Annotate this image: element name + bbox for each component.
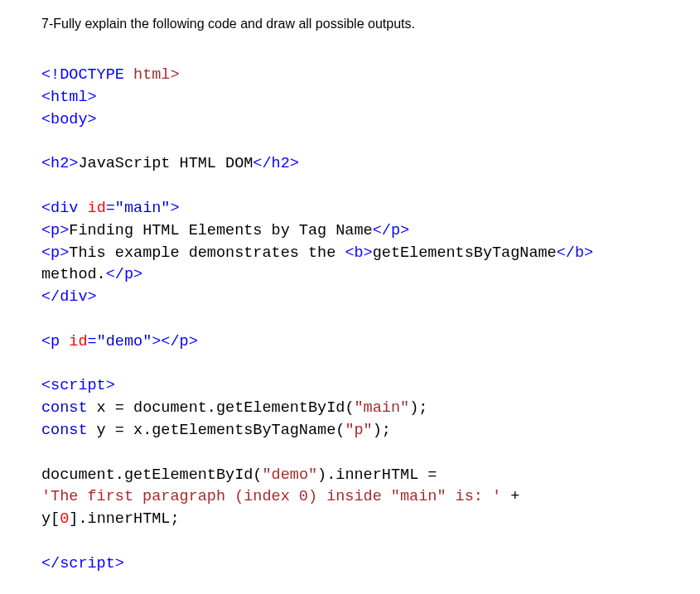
div-eq: =	[106, 200, 115, 217]
div-open: <div	[41, 200, 78, 217]
script-open: <script>	[41, 377, 115, 394]
pdemo-open: <p	[41, 333, 60, 350]
pl2: (	[336, 422, 345, 439]
pdemo-eq: =	[88, 333, 97, 350]
question-text: 7-Fully explain the following code and d…	[41, 17, 675, 31]
ybr2: ].	[69, 510, 87, 528]
html-open: <html>	[41, 89, 97, 106]
num0: 0	[60, 510, 69, 528]
pr2: );	[373, 422, 391, 439]
code-block: <!DOCTYPE html> <html> <body> <h2>JavaSc…	[41, 65, 675, 594]
str1: "main"	[355, 399, 410, 417]
b-open: <b>	[345, 244, 372, 262]
p1-text: Finding HTML Elements by Tag Name	[69, 222, 372, 239]
b-close: </b>	[557, 244, 593, 262]
bigstr: 'The first paragraph (index 0) inside "m…	[41, 488, 501, 505]
yeq: y = x.	[88, 422, 152, 439]
b-text: getElementsByTagName	[373, 244, 557, 262]
h2-text: JavaScript HTML DOM	[78, 155, 253, 172]
eq3: =	[418, 466, 437, 484]
semi: ;	[170, 510, 179, 528]
div-end: </div>	[41, 288, 97, 306]
p2-text2: method.	[41, 266, 106, 283]
gid2: getElementById	[124, 466, 253, 484]
div-attr: id	[78, 200, 105, 217]
doc: document.	[41, 466, 124, 484]
pdemo-attr: id	[60, 333, 87, 350]
const2: const	[41, 422, 88, 439]
pr1: );	[409, 399, 427, 417]
p1-open: <p>	[41, 222, 69, 239]
doctype-val: html>	[124, 66, 180, 84]
pdemo-val: "demo"	[97, 333, 152, 350]
pr3: ).	[317, 466, 336, 484]
doctype-open: <!DOCTYPE	[41, 66, 124, 84]
pl1: (	[345, 399, 354, 417]
const1: const	[41, 399, 88, 417]
h2-open: <h2>	[41, 155, 78, 172]
gid1: getElementById	[216, 399, 345, 417]
pdemo-close: ></p>	[152, 333, 198, 350]
div-close: >	[170, 200, 179, 217]
ih2: innerHTML	[88, 510, 171, 528]
p2-open: <p>	[41, 244, 69, 262]
p1-close: </p>	[373, 222, 409, 239]
ih1: innerHTML	[336, 466, 418, 484]
plus: +	[501, 488, 519, 505]
body-open: <body>	[41, 111, 97, 128]
ybr: y[	[41, 510, 60, 528]
p2-text1: This example demonstrates the	[69, 244, 345, 262]
str2: "p"	[345, 422, 372, 439]
pl3: (	[253, 466, 262, 484]
gbtn: getElementsByTagName	[152, 422, 336, 439]
h2-close: </h2>	[253, 155, 299, 172]
script-close: </script>	[41, 555, 124, 572]
p2-close: </p>	[106, 266, 142, 283]
xeq: x = document.	[88, 399, 216, 417]
div-attrval: "main"	[115, 200, 171, 217]
str3: "demo"	[262, 466, 317, 484]
